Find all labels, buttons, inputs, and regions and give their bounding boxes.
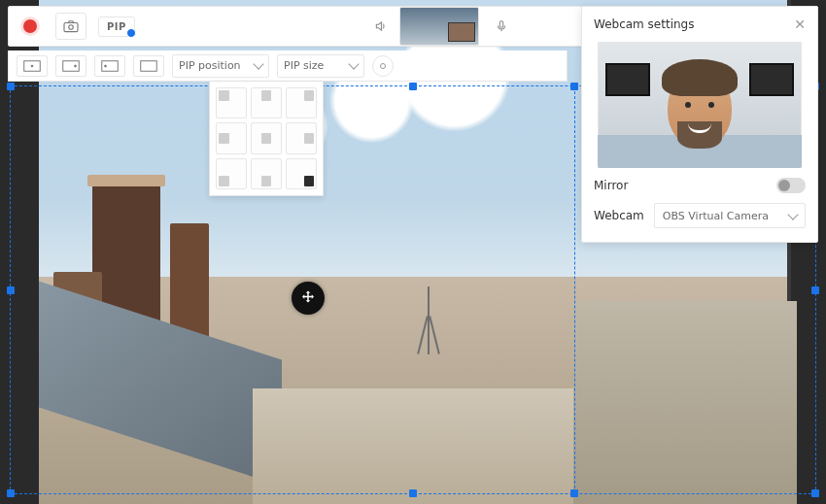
webcam-preview [598,42,802,168]
resize-handle-se[interactable] [811,489,819,497]
microphone-icon[interactable] [495,19,508,33]
camera-icon [62,19,80,33]
bg-monitor [749,63,794,96]
resize-handle-n[interactable] [409,83,417,90]
resize-handle-w[interactable] [7,286,15,294]
mode-region-right-button[interactable] [55,55,86,77]
mode-region-button[interactable] [17,55,48,77]
mode-fullscreen-button[interactable] [133,55,164,77]
resize-handle-nw[interactable] [7,83,15,90]
webcam-selected-value: OBS Virtual Camera [663,210,769,222]
chevron-down-icon [253,58,263,69]
pip-pos-bottom-left[interactable] [216,158,247,189]
webcam-select[interactable]: OBS Virtual Camera [654,203,806,228]
pip-pos-middle-left[interactable] [216,122,247,153]
capture-mode-toolbar: PIP position PIP size [8,50,568,82]
resize-handle-guide-bottom[interactable] [570,489,578,497]
webcam-label: Webcam [594,209,644,222]
selection-guide-vertical[interactable] [574,86,575,493]
pip-position-grid [209,82,324,196]
svg-point-6 [75,65,77,67]
record-icon [23,19,37,33]
pip-pos-middle-center[interactable] [251,122,282,153]
webcam-shape-button[interactable] [372,55,394,77]
screenshot-button[interactable] [55,13,86,40]
pip-position-label: PIP position [179,59,241,72]
panel-close-button[interactable]: ✕ [794,17,806,32]
recording-preview-thumbnail[interactable] [399,7,479,46]
pip-pos-middle-right[interactable] [286,122,317,153]
speaker-icon[interactable] [374,19,388,33]
panel-title: Webcam settings [594,17,694,31]
webcam-settings-panel: Webcam settings ✕ Mirror Webcam OBS Virt… [581,6,818,243]
svg-rect-2 [499,21,503,27]
mode-region-left-button[interactable] [94,55,125,77]
mirror-toggle[interactable] [776,178,806,193]
svg-point-4 [31,65,33,67]
resize-handle-sw[interactable] [7,489,15,497]
svg-point-1 [69,25,73,29]
record-button[interactable] [17,13,44,40]
pip-pos-bottom-right[interactable] [286,158,317,189]
resize-handle-s[interactable] [409,489,417,497]
person-face [668,69,732,147]
pip-toggle-button[interactable]: PIP [98,17,135,37]
move-icon [299,289,317,307]
svg-point-8 [105,65,107,67]
pip-pos-top-right[interactable] [286,87,317,118]
resize-handle-e[interactable] [811,286,819,294]
chevron-down-icon [787,209,798,219]
chevron-down-icon [348,58,359,69]
pip-size-dropdown[interactable]: PIP size [277,54,364,78]
pip-position-dropdown[interactable]: PIP position [172,54,269,78]
bg-monitor [605,63,650,96]
svg-rect-9 [141,60,157,71]
pip-pos-top-center[interactable] [251,87,282,118]
pip-size-label: PIP size [284,59,324,72]
svg-rect-0 [64,23,78,32]
resize-handle-guide-top[interactable] [570,83,578,90]
pip-pos-bottom-center[interactable] [251,158,282,189]
move-handle[interactable] [292,282,325,315]
mirror-label: Mirror [594,179,628,192]
pip-pos-top-left[interactable] [216,87,247,118]
circle-icon [380,63,386,69]
